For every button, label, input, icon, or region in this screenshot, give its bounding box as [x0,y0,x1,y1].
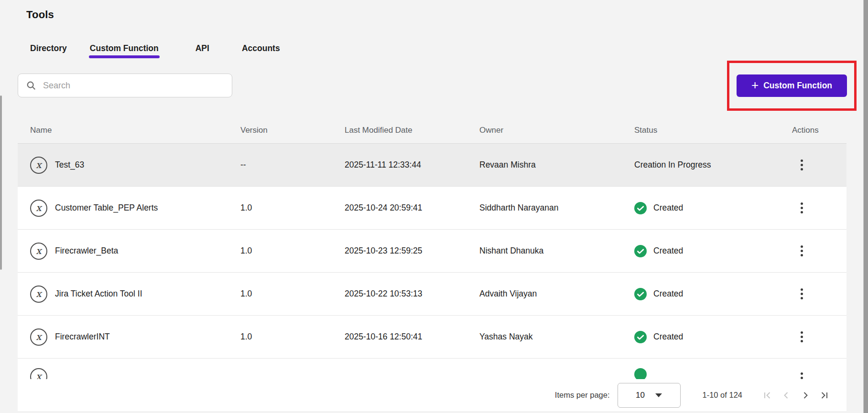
row-name: Jira Ticket Action Tool II [55,289,142,299]
column-header-last-modified: Last Modified Date [345,126,479,135]
search-input[interactable] [43,81,224,91]
row-owner: Yashas Nayak [479,332,634,342]
last-page-icon[interactable] [815,386,834,405]
row-owner: Siddharth Narayanan [479,203,634,213]
tab-api-label: API [195,43,209,53]
toolbar: + Custom Function [0,74,868,97]
tab-accounts-label: Accounts [242,43,280,53]
custom-functions-table: Name Version Last Modified Date Owner St… [18,117,846,411]
tab-directory-label: Directory [30,43,67,53]
column-header-actions: Actions [792,126,834,135]
table-row[interactable]: Customer Table_PEP Alerts 1.0 2025-10-24… [18,187,846,230]
row-name: Firecrawler_Beta [55,246,118,256]
row-version: 1.0 [240,246,345,256]
items-per-page-value: 10 [636,391,645,400]
row-version: 1.0 [240,289,345,299]
row-owner: Advaith Vijayan [479,289,634,299]
plus-icon: + [751,79,759,91]
search-icon [26,80,36,91]
caret-down-icon [655,393,662,397]
row-modified-date: 2025-10-23 12:59:25 [345,246,479,256]
row-actions-kebab-icon[interactable] [795,328,808,347]
table-row[interactable]: Test_63 -- 2025-11-11 12:33:44 Revaan Mi… [18,144,846,187]
row-name: Customer Table_PEP Alerts [55,203,158,213]
column-header-version: Version [240,126,345,135]
row-modified-date: 2025-10-22 10:53:13 [345,289,479,299]
search-box [18,74,232,97]
left-scrollbar-thumb[interactable] [0,95,2,270]
annotation-highlight-box: + Custom Function [727,61,857,111]
next-page-icon[interactable] [796,386,815,405]
row-actions-kebab-icon[interactable] [795,285,808,304]
row-actions-kebab-icon[interactable] [795,199,808,218]
add-custom-function-button[interactable]: + Custom Function [737,74,847,97]
row-actions-kebab-icon[interactable] [795,242,808,261]
row-version: 1.0 [240,332,345,342]
row-actions-kebab-icon[interactable] [795,156,808,175]
created-check-icon [634,331,647,343]
column-header-name: Name [30,126,240,135]
created-check-icon [634,202,647,214]
row-version: -- [240,160,345,170]
created-check-icon [634,288,647,300]
row-name: Test_63 [55,160,84,170]
row-status: Created [653,246,683,256]
function-icon [30,286,47,303]
row-actions-kebab-icon[interactable] [795,368,808,379]
row-owner: Revaan Mishra [479,160,634,170]
row-version: 1.0 [240,203,345,213]
row-owner: Nishant Dhanuka [479,246,634,256]
created-check-icon [634,368,647,379]
add-custom-function-label: Custom Function [763,81,832,91]
row-status: Creation In Progress [634,160,711,170]
row-modified-date: 2025-11-11 12:33:44 [345,160,479,170]
active-tab-underline [89,55,160,58]
function-icon [30,157,47,174]
table-row-partial[interactable] [18,359,846,379]
row-status: Created [653,289,683,299]
table-row[interactable]: Jira Ticket Action Tool II 1.0 2025-10-2… [18,273,846,316]
paginator: Items per page: 10 1-10 of 124 [18,379,846,411]
page-title: Tools [26,9,868,21]
column-header-owner: Owner [479,126,634,135]
row-status: Created [653,332,683,342]
function-icon [30,328,47,346]
row-name: FirecrawlerINT [55,332,110,342]
tab-custom-function[interactable]: Custom Function [90,40,159,56]
tab-api[interactable]: API [195,40,209,56]
table-row[interactable]: FirecrawlerINT 1.0 2025-10-16 12:50:41 Y… [18,316,846,359]
vertical-scrollbar[interactable] [863,0,868,413]
tab-directory[interactable]: Directory [30,40,67,56]
first-page-icon[interactable] [758,386,777,405]
table-header-row: Name Version Last Modified Date Owner St… [18,117,846,144]
pagination-range: 1-10 of 124 [703,391,742,400]
tab-custom-function-label: Custom Function [90,43,159,53]
tab-bar: Directory Custom Function API Accounts [30,40,868,56]
function-icon [30,368,47,379]
items-per-page-label: Items per page: [555,391,610,400]
function-icon [30,200,47,217]
items-per-page-select[interactable]: 10 [618,383,681,408]
previous-page-icon[interactable] [777,386,796,405]
row-status: Created [653,203,683,213]
tab-accounts[interactable]: Accounts [242,40,280,56]
row-modified-date: 2025-10-24 20:59:41 [345,203,479,213]
column-header-status: Status [634,126,792,135]
function-icon [30,243,47,260]
row-modified-date: 2025-10-16 12:50:41 [345,332,479,342]
created-check-icon [634,245,647,257]
table-row[interactable]: Firecrawler_Beta 1.0 2025-10-23 12:59:25… [18,230,846,273]
